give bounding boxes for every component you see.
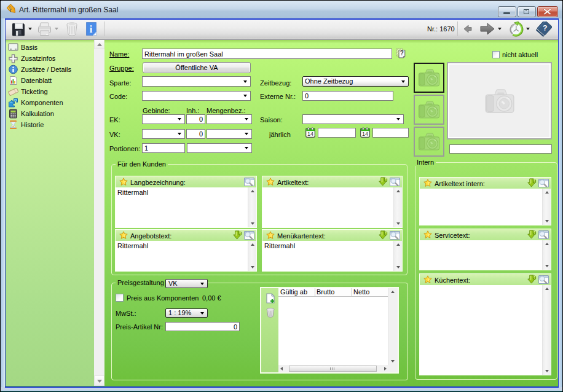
svg-text:i: i — [90, 24, 93, 34]
svg-text:?: ? — [400, 50, 404, 57]
svg-text:?: ? — [543, 23, 548, 32]
